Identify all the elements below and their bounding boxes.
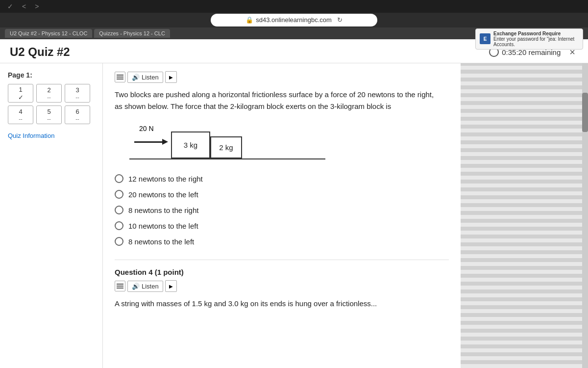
sidebar: Page 1: 1 ✓ 2 -- 3 -- 4 -- bbox=[0, 63, 103, 368]
line1-q4 bbox=[117, 284, 123, 285]
q-num-5: 5 bbox=[47, 108, 50, 115]
question-4-label: Question 4 (1 point) bbox=[115, 268, 449, 276]
page-content: U2 Quiz #2 0:35:20 remaining × Page 1: 1… bbox=[0, 39, 588, 368]
question-grid: 1 ✓ 2 -- 3 -- 4 -- 5 -- bbox=[8, 84, 95, 124]
tab-2-label: Quizzes - Physics 12 - CLC bbox=[99, 30, 165, 36]
scrollbar-thumb[interactable] bbox=[582, 93, 588, 132]
radio-5[interactable] bbox=[115, 237, 123, 246]
question-text: Two blocks are pushed along a horizontal… bbox=[115, 89, 438, 112]
force-arrow bbox=[134, 141, 164, 143]
question-btn-3[interactable]: 3 -- bbox=[65, 84, 90, 103]
q-status-5: -- bbox=[47, 116, 50, 122]
page-label: Page 1: bbox=[8, 71, 95, 79]
choice-3[interactable]: 8 newtons to the right bbox=[115, 206, 360, 214]
exchange-title: Exchange Password Require bbox=[493, 31, 579, 36]
line3 bbox=[117, 79, 123, 79]
q-num-6: 6 bbox=[75, 108, 79, 115]
exchange-body: Enter your password for "jea: Internet A… bbox=[493, 36, 579, 47]
choice-1-text: 12 newtons to the right bbox=[128, 175, 203, 183]
line1 bbox=[117, 75, 123, 76]
radio-2[interactable] bbox=[115, 190, 123, 199]
tab-1[interactable]: U2 Quiz #2 - Physics 12 - CLOC bbox=[5, 29, 92, 38]
block-2kg: 2 kg bbox=[210, 136, 242, 158]
choice-4-text: 10 newtons to the left bbox=[128, 222, 198, 230]
q-status-4: -- bbox=[19, 116, 22, 122]
play-icon-q4: ▶ bbox=[169, 284, 173, 289]
choice-3-text: 8 newtons to the right bbox=[128, 206, 198, 214]
address-bar[interactable]: 🔒 sd43.onlinelearningbc.com ↻ bbox=[211, 14, 377, 26]
q-num-4: 4 bbox=[19, 108, 22, 115]
line3-q4 bbox=[117, 288, 123, 289]
tabs-row: U2 Quiz #2 - Physics 12 - CLOC Quizzes -… bbox=[0, 27, 588, 39]
url-text: sd43.onlinelearningbc.com bbox=[256, 16, 332, 24]
speaker-icon: 🔊 bbox=[132, 74, 140, 81]
q-num-2: 2 bbox=[47, 86, 50, 94]
quiz-information-link[interactable]: Quiz Information bbox=[8, 132, 54, 139]
question-4-text: A string with masses of 1.5 kg and 3.0 k… bbox=[115, 298, 449, 310]
nav-back-button[interactable]: ✓ bbox=[5, 1, 16, 11]
listen-label: Listen bbox=[142, 74, 159, 81]
block-3kg-label: 3 kg bbox=[184, 141, 197, 149]
play-button-q4[interactable]: ▶ bbox=[165, 280, 177, 292]
question-btn-2[interactable]: 2 -- bbox=[36, 84, 62, 103]
q-status-6: -- bbox=[75, 116, 79, 122]
choice-5[interactable]: 8 newtons to the left bbox=[115, 237, 360, 246]
quiz-body: Page 1: 1 ✓ 2 -- 3 -- 4 -- bbox=[0, 63, 588, 368]
choice-2-text: 20 newtons to the left bbox=[128, 190, 198, 199]
right-panel bbox=[461, 63, 588, 368]
block-2kg-label: 2 kg bbox=[219, 143, 233, 152]
q-status-2: -- bbox=[47, 94, 50, 100]
radio-1[interactable] bbox=[115, 174, 123, 183]
radio-4[interactable] bbox=[115, 221, 123, 230]
main-content: 🔊 Listen ▶ Two blocks are pushed along a… bbox=[103, 63, 461, 368]
force-label: 20 N bbox=[139, 125, 154, 132]
question-btn-4[interactable]: 4 -- bbox=[8, 105, 33, 124]
q-status-3: -- bbox=[75, 94, 79, 100]
play-icon: ▶ bbox=[169, 75, 173, 80]
menu-lines-icon-q4[interactable] bbox=[115, 281, 125, 291]
arrow-head bbox=[162, 139, 168, 145]
physics-diagram: 20 N 3 kg 2 kg bbox=[134, 120, 340, 159]
title-bar: ✓ < > bbox=[0, 0, 588, 13]
question-btn-1[interactable]: 1 ✓ bbox=[8, 84, 33, 103]
quiz-title: U2 Quiz #2 bbox=[10, 45, 70, 59]
browser-chrome: ✓ < > 🔒 sd43.onlinelearningbc.com ↻ U2 Q… bbox=[0, 0, 588, 39]
listen-bar: 🔊 Listen ▶ bbox=[115, 71, 449, 83]
block-3kg: 3 kg bbox=[171, 131, 210, 158]
exchange-icon: E bbox=[480, 33, 490, 44]
tab-2[interactable]: Quizzes - Physics 12 - CLC bbox=[94, 29, 170, 38]
arrow-shaft bbox=[134, 141, 164, 143]
exchange-text: Exchange Password Require Enter your pas… bbox=[493, 31, 579, 47]
listen-button-q4[interactable]: 🔊 Listen bbox=[127, 281, 163, 292]
choice-2[interactable]: 20 newtons to the left bbox=[115, 190, 360, 199]
radio-3[interactable] bbox=[115, 206, 123, 214]
listen-bar-q4: 🔊 Listen ▶ bbox=[115, 280, 449, 292]
speaker-icon-q4: 🔊 bbox=[132, 283, 140, 290]
question-btn-5[interactable]: 5 -- bbox=[36, 105, 62, 124]
q-num-1: 1 bbox=[19, 86, 22, 93]
question-btn-6[interactable]: 6 -- bbox=[65, 105, 90, 124]
menu-lines-icon[interactable] bbox=[115, 72, 125, 82]
choice-4[interactable]: 10 newtons to the left bbox=[115, 221, 360, 230]
question-4-area: Question 4 (1 point) 🔊 Listen ▶ bbox=[115, 260, 449, 310]
listen-label-q4: Listen bbox=[142, 283, 159, 290]
choice-1[interactable]: 12 newtons to the right bbox=[115, 174, 360, 183]
reload-icon: ↻ bbox=[337, 16, 343, 24]
listen-button[interactable]: 🔊 Listen bbox=[127, 72, 163, 83]
line2-q4 bbox=[117, 286, 123, 287]
exchange-password-popup: E Exchange Password Require Enter your p… bbox=[475, 28, 583, 50]
scrollbar[interactable] bbox=[582, 63, 588, 368]
q-num-3: 3 bbox=[75, 86, 79, 94]
nav-forward-arrow[interactable]: > bbox=[32, 1, 41, 11]
tab-1-label: U2 Quiz #2 - Physics 12 - CLOC bbox=[10, 30, 87, 36]
q-status-1: ✓ bbox=[18, 94, 24, 101]
surface-line bbox=[129, 158, 325, 159]
line2 bbox=[117, 77, 123, 78]
answer-choices: 12 newtons to the right 20 newtons to th… bbox=[115, 174, 360, 246]
nav-back-arrow[interactable]: < bbox=[20, 1, 28, 11]
address-bar-row: 🔒 sd43.onlinelearningbc.com ↻ bbox=[0, 13, 588, 27]
play-button[interactable]: ▶ bbox=[165, 71, 177, 83]
lock-icon: 🔒 bbox=[245, 16, 253, 24]
choice-5-text: 8 newtons to the left bbox=[128, 237, 194, 246]
